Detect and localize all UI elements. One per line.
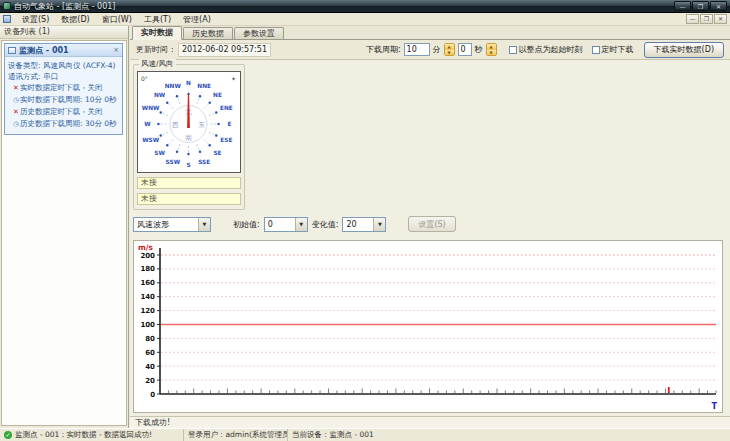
svg-text:140: 140 — [140, 293, 155, 301]
seconds-stepper[interactable]: ▲ ▼ — [486, 43, 497, 56]
svg-text:SSE: SSE — [198, 159, 210, 165]
device-info-line: ✕实时数据定时下载 - 关闭 — [8, 82, 121, 94]
svg-text:ESE: ESE — [220, 137, 232, 143]
device-info-line: ✕历史数据定时下载 - 关闭 — [8, 106, 121, 118]
menu-settings[interactable]: 设置(S) — [16, 14, 55, 25]
mdi-close-button[interactable]: ✕ — [714, 14, 727, 24]
wind-direction-field: 未接 — [137, 193, 241, 205]
apply-settings-button[interactable]: 设置(S) — [408, 216, 455, 232]
current-device-text: 当前设备：监测点 - 001 — [292, 430, 374, 440]
stepper-down-icon[interactable]: ▼ — [487, 50, 496, 56]
device-panel-title: 监测点 - 001 — [19, 45, 69, 56]
chevron-down-icon[interactable]: ▼ — [295, 218, 307, 231]
clock-icon: ◷ — [12, 119, 20, 130]
disabled-x-icon: ✕ — [12, 107, 20, 118]
app-icon — [3, 2, 11, 10]
chart-plot-area: 020406080100120140160180200m/sT — [134, 241, 722, 412]
svg-text:WSW: WSW — [142, 137, 160, 143]
device-grid-icon — [8, 47, 16, 54]
status-message: 监测点 - 001 : 实时数据 - 数据返回成功! — [15, 430, 152, 440]
svg-text:0: 0 — [150, 391, 155, 399]
svg-text:T: T — [712, 402, 718, 411]
wind-groupbox: 风速/风向 NNNENEENEEESESESSESSSWSWWSWWWNWNWN… — [133, 64, 245, 210]
svg-text:✦: ✦ — [231, 75, 236, 82]
period-seconds-input[interactable]: 0 — [458, 43, 472, 56]
wind-speed-chart: 020406080100120140160180200m/sT — [133, 240, 723, 413]
stepper-down-icon[interactable]: ▼ — [445, 50, 454, 56]
svg-text:SE: SE — [213, 150, 221, 156]
device-info-line: 设备类型: 风速风向仪 (ACFX-4) — [8, 60, 121, 71]
clock-icon: ◷ — [12, 95, 20, 106]
svg-text:200: 200 — [140, 252, 155, 260]
menu-data[interactable]: 数据(D) — [55, 14, 95, 25]
svg-text:西: 西 — [171, 121, 179, 129]
menu-tools[interactable]: 工具(T) — [138, 14, 177, 25]
hour-align-checkbox[interactable] — [509, 46, 517, 54]
content-area: 实时数据 历史数据 参数设置 更新时间： 2012-06-02 09:57:51… — [130, 26, 730, 428]
device-panel: 监测点 - 001 × 设备类型: 风速风向仪 (ACFX-4)通讯方式: 串口… — [4, 43, 123, 135]
svg-text:120: 120 — [140, 307, 155, 315]
svg-text:160: 160 — [140, 279, 155, 287]
svg-text:80: 80 — [145, 335, 155, 343]
svg-text:WNW: WNW — [142, 105, 160, 111]
pin-icon[interactable]: × — [113, 47, 119, 54]
svg-text:NNE: NNE — [197, 83, 211, 89]
svg-text:N: N — [186, 80, 191, 86]
mdi-restore-button[interactable]: ❐ — [700, 14, 713, 24]
minimize-button[interactable]: — — [674, 1, 691, 11]
chevron-down-icon[interactable]: ▼ — [198, 218, 210, 231]
svg-text:60: 60 — [145, 349, 155, 357]
seconds-unit-label: 秒 — [475, 44, 483, 55]
tab-realtime-data[interactable]: 实时数据 — [132, 26, 182, 40]
device-info-lines: 设备类型: 风速风向仪 (ACFX-4)通讯方式: 串口✕实时数据定时下载 - … — [5, 57, 122, 134]
change-value-select[interactable]: 20 ▼ — [342, 217, 386, 232]
timed-download-checkbox[interactable] — [592, 46, 600, 54]
period-label: 下载周期: — [366, 44, 401, 55]
minutes-stepper[interactable]: ▲ ▼ — [444, 43, 455, 56]
download-realtime-button[interactable]: 下载实时数据(D) — [644, 42, 724, 58]
svg-text:180: 180 — [140, 265, 155, 273]
hour-align-label: 以整点为起始时刻 — [519, 44, 583, 55]
wind-speed-field: 未接 — [137, 177, 241, 189]
timed-download-label: 定时下载 — [602, 44, 634, 55]
svg-text:100: 100 — [140, 321, 155, 329]
waveform-controls: 风速波形 ▼ 初始值: 0 ▼ 变化值: 20 ▼ 设置(S) — [133, 216, 456, 232]
device-list-header: 设备列表 (1) — [0, 26, 128, 39]
change-value-label: 变化值: — [312, 219, 339, 230]
waveform-select[interactable]: 风速波形 ▼ — [133, 217, 211, 232]
svg-text:S: S — [186, 162, 190, 168]
svg-text:40: 40 — [145, 363, 155, 371]
device-info-line: 通讯方式: 串口 — [8, 71, 121, 82]
minutes-unit-label: 分 — [433, 44, 441, 55]
svg-text:ENE: ENE — [220, 105, 233, 111]
tab-strip: 实时数据 历史数据 参数设置 — [130, 26, 730, 40]
device-list: 监测点 - 001 × 设备类型: 风速风向仪 (ACFX-4)通讯方式: 串口… — [1, 40, 127, 426]
device-info-line: ◷历史数据下载周期: 30分 0秒 — [8, 118, 121, 130]
menu-window[interactable]: 窗口(W) — [96, 14, 138, 25]
svg-text:东: 东 — [198, 121, 205, 129]
wind-groupbox-label: 风速/风向 — [139, 59, 176, 69]
device-panel-header[interactable]: 监测点 - 001 × — [5, 44, 122, 57]
svg-text:SSW: SSW — [166, 159, 181, 165]
chevron-down-icon[interactable]: ▼ — [373, 218, 385, 231]
maximize-button[interactable]: ❐ — [692, 1, 709, 11]
compass-rose-icon: NNNENEENEEESESESSESSSWSWWSWWWNWNWNNW北南西东… — [138, 72, 240, 172]
initial-value-select[interactable]: 0 ▼ — [264, 217, 308, 232]
status-bar: ✓ 监测点 - 001 : 实时数据 - 数据返回成功! 登录用户：admin(… — [0, 428, 730, 441]
menu-bar: 设置(S) 数据(D) 窗口(W) 工具(T) 管理(A) — ❐ ✕ — [0, 13, 730, 26]
toolbar: 更新时间： 2012-06-02 09:57:51 下载周期: 10 分 ▲ ▼… — [130, 40, 730, 60]
mdi-minimize-button[interactable]: — — [686, 14, 699, 24]
period-minutes-input[interactable]: 10 — [404, 43, 430, 56]
device-info-line: ◷实时数据下载周期: 10分 0秒 — [8, 94, 121, 106]
mdi-child-icon — [3, 15, 11, 23]
tab-history-data[interactable]: 历史数据 — [183, 27, 233, 39]
disabled-x-icon: ✕ — [12, 83, 20, 94]
svg-text:E: E — [228, 121, 232, 127]
close-button[interactable]: ✕ — [710, 1, 727, 11]
download-status-text: 下载成功! — [130, 416, 730, 428]
svg-text:SW: SW — [154, 150, 165, 156]
tab-parameter-settings[interactable]: 参数设置 — [234, 27, 284, 39]
menu-admin[interactable]: 管理(A) — [177, 14, 217, 25]
success-check-icon: ✓ — [4, 431, 12, 439]
login-user-text: 登录用户：admin(系统管理员) — [188, 430, 288, 440]
